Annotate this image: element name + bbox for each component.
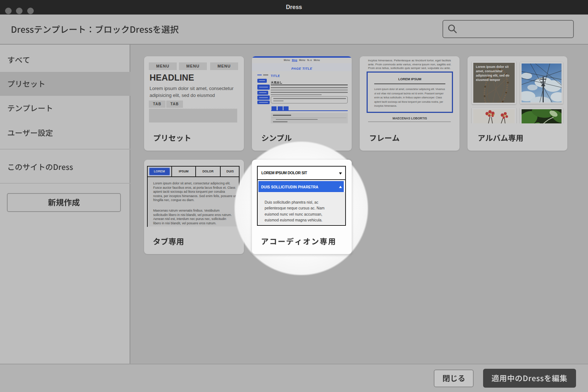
svg-text:adipisicing elit, sed do: adipisicing elit, sed do xyxy=(476,74,509,77)
svg-text:Lorem ipsum dolor sit: Lorem ipsum dolor sit xyxy=(476,65,509,69)
svg-text:eiusmod tempor: eiusmod tempor xyxy=(476,78,501,82)
svg-text:amet, consectetur: amet, consectetur xyxy=(476,69,503,73)
